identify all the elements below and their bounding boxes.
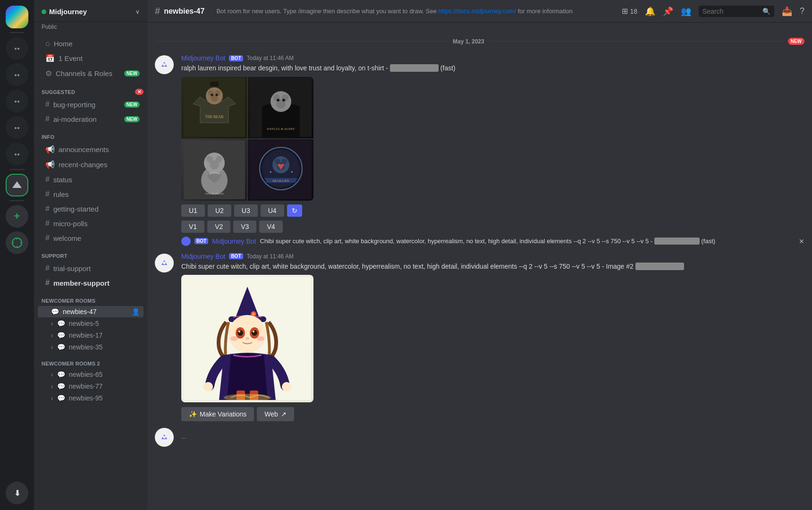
bear-u1-button[interactable]: U1 — [181, 204, 205, 217]
channel-item-newbies-5[interactable]: › 💬 newbies-5 — [38, 318, 144, 329]
notification-bell-icon[interactable]: 🔔 — [645, 6, 655, 17]
channel-item-status[interactable]: # status — [38, 172, 144, 187]
bug-reporting-badge: NEW — [124, 102, 140, 108]
message-author-bear: Midjourney Bot — [181, 54, 225, 62]
bot-badge-witch: BOT — [229, 253, 243, 259]
svg-text:✦: ✦ — [269, 170, 272, 174]
search-input[interactable] — [702, 8, 761, 15]
channel-item-micro-polls[interactable]: # micro-polls — [38, 216, 144, 230]
server-icon-3[interactable]: ●● — [6, 90, 28, 112]
section-suggested-close[interactable]: ✕ — [135, 89, 144, 95]
inbox-icon[interactable]: 📥 — [782, 6, 792, 17]
hash-icon-micro-polls: # — [45, 219, 50, 228]
channel-sidebar: Midjourney ∨ Public ⌂ Home 📅 1 Event ⚙ C… — [34, 0, 147, 510]
message-content-witch: Midjourney Bot BOT Today at 11:46 AM Chi… — [181, 253, 804, 422]
member-list-icon[interactable]: 👥 — [681, 6, 691, 17]
hash-grid-icon: ⊞ — [622, 7, 628, 16]
web-button[interactable]: Web ↗ — [257, 407, 294, 421]
forum-icon-47: 💬 — [51, 308, 59, 315]
channel-item-home[interactable]: ⌂ Home — [38, 36, 144, 51]
channel-item-rules[interactable]: # rules — [38, 187, 144, 201]
hash-icon-rules: # — [45, 190, 50, 198]
bear-v3-button[interactable]: V3 — [233, 221, 256, 233]
server-icon-midjourney[interactable] — [6, 6, 28, 28]
section-info[interactable]: INFO — [34, 127, 147, 142]
bug-reporting-left: # bug-reporting — [45, 100, 95, 109]
channel-item-channels-roles[interactable]: ⚙ Channels & Roles NEW — [38, 66, 144, 81]
channel-item-newbies-65[interactable]: › 💬 newbies-65 — [38, 369, 144, 380]
bear-v4-button[interactable]: V4 — [259, 221, 282, 233]
chevron-right-95: › — [51, 394, 53, 402]
channel-item-welcome[interactable]: # welcome — [38, 231, 144, 245]
channel-item-ai-moderation[interactable]: # ai-moderation NEW — [38, 112, 144, 126]
bear-u3-button[interactable]: U3 — [234, 204, 258, 217]
channel-item-recent-changes[interactable]: 📢 recent-changes — [38, 157, 144, 172]
partial-timestamp: ... — [181, 434, 186, 440]
svg-point-48 — [237, 330, 243, 336]
svg-point-26 — [210, 160, 219, 170]
channel-label-announcements: announcements — [59, 145, 109, 153]
channel-item-getting-started[interactable]: # getting-started — [38, 202, 144, 216]
channel-list: ⌂ Home 📅 1 Event ⚙ Channels & Roles NEW … — [34, 32, 147, 510]
channel-item-announcements[interactable]: 📢 announcements — [38, 142, 144, 157]
server-icon-1[interactable]: ●● — [6, 37, 28, 60]
channel-item-events[interactable]: 📅 1 Event — [38, 51, 144, 66]
forum-icon-65: 💬 — [57, 371, 65, 378]
channel-item-newbies-77[interactable]: › 💬 newbies-77 — [38, 381, 144, 392]
server-add-button[interactable]: + — [6, 205, 28, 228]
channel-label-newbies-77: newbies-77 — [69, 382, 103, 390]
bear-v1-button[interactable]: V1 — [181, 221, 204, 233]
channel-label-member-support: member-support — [53, 279, 110, 287]
section-support[interactable]: SUPPORT — [34, 246, 147, 261]
svg-point-56 — [282, 382, 291, 391]
witch-single-image — [181, 275, 313, 402]
external-link-icon: ↗ — [281, 410, 287, 418]
channel-label-status: status — [53, 176, 72, 184]
section-suggested[interactable]: SUGGESTED ✕ — [34, 81, 147, 97]
svg-point-50 — [238, 331, 240, 332]
search-bar[interactable]: 🔍 — [699, 6, 774, 17]
hash-icon-bug: # — [45, 100, 50, 109]
avatar-midjourney-bot-1 — [155, 55, 174, 74]
channel-label-newbies-17: newbies-17 — [69, 332, 103, 339]
server-name-label: Midjourney — [49, 8, 87, 16]
hash-icon-member-support: # — [45, 279, 50, 287]
channel-label-newbies-95: newbies-95 — [69, 394, 103, 402]
member-count-number: 18 — [630, 8, 637, 15]
online-dot — [42, 9, 46, 14]
section-newcomer-rooms[interactable]: NEWCOMER ROOMS — [34, 290, 147, 306]
main-content: # newbies-47 Bot room for new users. Typ… — [147, 0, 812, 510]
make-variations-button[interactable]: ✨ Make Variations — [181, 407, 254, 421]
message-header-bear: Midjourney Bot BOT Today at 11:46 AM — [181, 54, 804, 62]
channel-item-bug-reporting[interactable]: # bug-reporting NEW — [38, 97, 144, 111]
server-icon-2[interactable]: ●● — [6, 63, 28, 86]
bear-image-3: love & David — [181, 139, 247, 201]
channel-item-newbies-47[interactable]: 💬 newbies-47 👤 — [38, 306, 144, 317]
bear-v2-button[interactable]: V2 — [207, 221, 230, 233]
small-close-icon[interactable]: ✕ — [799, 238, 804, 245]
server-icon-4[interactable]: ●● — [6, 116, 28, 139]
topbar-desc-link[interactable]: https://docs.midjourney.com/ — [439, 8, 516, 15]
small-bot-text: Chibi super cute witch, clip art, white … — [260, 238, 795, 245]
bear-refresh-button[interactable]: ↻ — [287, 204, 302, 217]
help-icon[interactable]: ? — [800, 6, 804, 16]
server-explore-button[interactable] — [6, 231, 28, 254]
channel-item-newbies-17[interactable]: › 💬 newbies-17 — [38, 330, 144, 341]
chevron-right-65: › — [51, 371, 53, 378]
bear-u2-button[interactable]: U2 — [208, 204, 231, 217]
pin-icon[interactable]: 📌 — [663, 6, 673, 17]
channel-item-member-support[interactable]: # member-support — [38, 276, 144, 290]
channel-item-newbies-95[interactable]: › 💬 newbies-95 — [38, 392, 144, 404]
section-newcomer-rooms-2[interactable]: NEWCOMER ROOMS 2 — [34, 353, 147, 368]
channel-label-home: Home — [54, 40, 73, 48]
server-icon-5[interactable]: ●● — [6, 143, 28, 165]
server-icon-active-channel[interactable] — [6, 174, 28, 196]
channel-item-newbies-35[interactable]: › 💬 newbies-35 — [38, 341, 144, 353]
server-download-button[interactable]: ⬇ — [6, 482, 28, 504]
bear-u4-button[interactable]: U4 — [261, 204, 284, 217]
server-header[interactable]: Midjourney ∨ — [34, 0, 147, 22]
date-new-badge: NEW — [788, 38, 804, 45]
hash-icon-getting-started: # — [45, 204, 50, 213]
channel-item-trial-support[interactable]: # trial-support — [38, 261, 144, 275]
forum-icon-5: 💬 — [57, 320, 65, 327]
